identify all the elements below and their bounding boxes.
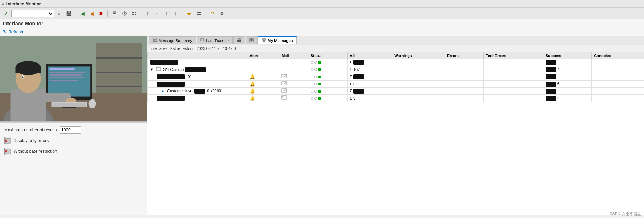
favorites-button[interactable] [185, 10, 193, 17]
col-errors[interactable]: Errors [445, 52, 483, 59]
check-button[interactable]: ✔ [2, 10, 10, 17]
row-s4-errors [445, 66, 483, 73]
status-indicator-c1 [311, 76, 345, 78]
row-child2-mail [279, 81, 308, 88]
tab-print[interactable] [233, 36, 245, 44]
row-child3-all: Σ 3 [348, 95, 392, 102]
row-total-warnings [392, 59, 445, 66]
table-row[interactable]: ▲ Customer Invoi 01/00001 🔔 [148, 88, 644, 95]
col-status[interactable]: Status [308, 52, 347, 59]
row-child2-status [308, 81, 347, 88]
upload-2[interactable]: ↑ [153, 10, 161, 17]
col-success[interactable]: Success [543, 52, 592, 59]
nav-prev-green[interactable]: ◀ [79, 10, 86, 17]
print-button[interactable] [110, 10, 119, 17]
svg-point-51 [6, 151, 7, 152]
row-s4-success: 7 [543, 66, 592, 73]
cancel-button[interactable]: ✖ [97, 10, 105, 17]
svg-rect-29 [50, 74, 82, 76]
upload-3[interactable]: ↑ [162, 10, 170, 17]
upload-1[interactable]: ↑ [144, 10, 152, 17]
circle-white-1 [311, 61, 313, 64]
display-errors-row[interactable]: Display only errors [4, 137, 143, 144]
row-s4-mail [279, 66, 308, 73]
svg-marker-14 [187, 12, 191, 16]
row-s4-all: Σ 167 [348, 66, 392, 73]
svg-rect-6 [113, 14, 116, 15]
save-button[interactable] [65, 10, 73, 17]
col-canceled[interactable]: Canceled [592, 52, 644, 59]
status-indicator-s4 [311, 68, 345, 71]
refresh-label: Refresh [8, 30, 23, 35]
svg-rect-59 [238, 41, 240, 41]
max-results-row: Maximum number of results [4, 126, 143, 134]
row-total-errors [445, 59, 483, 66]
table-row[interactable]: ▼ S/4 Commo [148, 66, 644, 73]
info-bar: Interfaces; last refresh on: 2023.08.11 … [147, 45, 644, 52]
table-container[interactable]: Alert Mail Status All Warnings Errors Te… [147, 52, 644, 215]
layout-button[interactable] [195, 10, 203, 17]
svg-rect-21 [96, 72, 142, 73]
blacked-child1 [157, 74, 185, 79]
mail-icon-2 [281, 81, 287, 87]
row-invoice-success [543, 88, 592, 95]
toolbar-select[interactable] [11, 10, 54, 17]
blacked-all-total [353, 60, 364, 65]
max-results-label: Maximum number of results [4, 128, 57, 133]
blacked-name-total [150, 60, 178, 65]
blacked-child2 [157, 82, 185, 87]
refresh-icon: ↻ [3, 29, 7, 35]
table-row[interactable]: Σ [148, 59, 644, 66]
tab-table-icon [249, 38, 254, 43]
date-restriction-icon [4, 148, 11, 155]
tab-table[interactable] [246, 36, 258, 44]
tab-print-icon [237, 38, 241, 43]
row-total-success [543, 59, 592, 66]
tab-my-messages[interactable]: My Messages [258, 36, 297, 44]
col-tech-errors[interactable]: TechErrors [483, 52, 543, 59]
max-results-input[interactable] [60, 126, 81, 134]
row-child2-success: 6 [543, 81, 592, 88]
col-all[interactable]: All [348, 52, 392, 59]
row-total-tech [483, 59, 543, 66]
col-warnings[interactable]: Warnings [392, 52, 445, 59]
row-total-mail [279, 59, 308, 66]
row-child3-success: 3 [543, 95, 592, 102]
tab-message-summary-label: Message Summary [159, 38, 192, 43]
row-child2-all: Σ 6 [348, 81, 392, 88]
svg-rect-13 [135, 14, 136, 15]
row-child2-alert: 🔔 [247, 81, 279, 88]
download-1[interactable]: ↓ [172, 10, 179, 17]
help-button[interactable]: ? [209, 10, 216, 17]
main-content: Maximum number of results Display only e… [0, 36, 644, 215]
col-alert[interactable]: Alert [247, 52, 279, 59]
tab-last-transfer[interactable]: Last Transfer [197, 36, 233, 44]
row-total-status [308, 59, 347, 66]
back-button[interactable]: « [55, 10, 63, 17]
circle-white-2 [314, 61, 317, 64]
expand-icon-s4[interactable]: ▼ [150, 67, 154, 72]
tool-1[interactable] [120, 10, 129, 17]
table-row[interactable]: 01 🔔 [148, 73, 644, 81]
svg-rect-40 [16, 67, 41, 73]
settings-button[interactable] [218, 10, 226, 17]
blacked-success-total [546, 60, 556, 65]
toolbar: ✔ « ◀ ◀ ✖ ↑ ↑ ↑ ↓ ? [0, 8, 644, 19]
date-restriction-row[interactable]: Without date restriction [4, 148, 143, 155]
tab-message-summary[interactable]: Message Summary [149, 36, 196, 44]
row-child1-success [543, 73, 592, 81]
tool-2[interactable] [130, 10, 139, 17]
mail-icon-3 [281, 88, 287, 94]
status-indicator-inv [311, 90, 345, 93]
nav-prev-orange[interactable]: ◀ [88, 10, 96, 17]
separator-2 [107, 10, 108, 17]
c3-success-val: 3 [557, 96, 559, 100]
table-row[interactable]: 🔔 [148, 95, 644, 102]
square-s4 [318, 68, 321, 71]
col-mail[interactable]: Mail [279, 52, 308, 59]
svg-rect-5 [113, 11, 116, 13]
svg-point-45 [89, 99, 96, 108]
blacked-inv-all [353, 89, 364, 94]
table-row[interactable]: 🔔 [148, 81, 644, 88]
refresh-bar[interactable]: ↻ Refresh [0, 28, 644, 36]
